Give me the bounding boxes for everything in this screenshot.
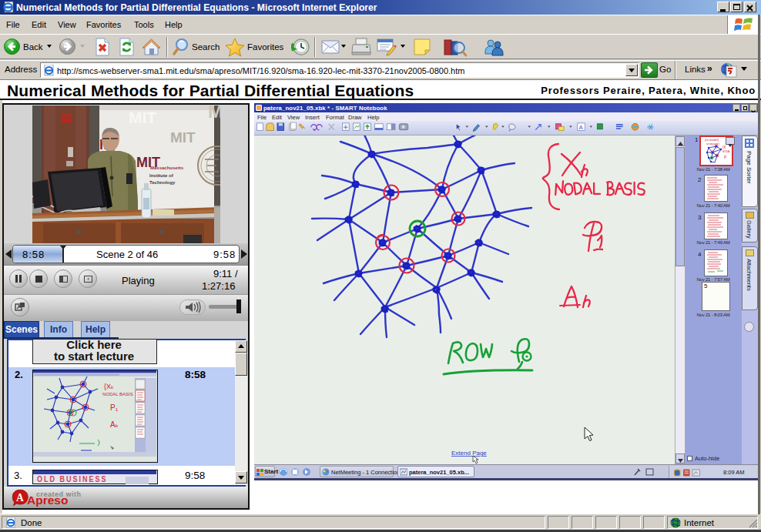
svg-text:{X: {X — [722, 146, 726, 149]
svg-text:Technology: Technology — [149, 180, 176, 185]
svg-text:A: A — [579, 124, 584, 131]
svg-text:MIT: MIT — [129, 109, 156, 126]
svg-text:Aₖ: Aₖ — [110, 420, 119, 429]
svg-text:Massachusetts: Massachusetts — [150, 166, 184, 170]
svg-text:{Xₖ: {Xₖ — [104, 383, 114, 390]
svg-text:(to model): (to model) — [705, 138, 719, 142]
svg-text:M: M — [208, 105, 220, 122]
svg-text:Extend Page: Extend Page — [451, 450, 487, 457]
svg-text:NODAL: NODAL — [722, 150, 731, 153]
svg-text:MIT: MIT — [170, 129, 196, 146]
svg-text:P: P — [724, 156, 726, 159]
svg-text:Institute of: Institute of — [149, 173, 174, 178]
svg-text:P₁: P₁ — [110, 403, 119, 412]
svg-text:A: A — [16, 492, 24, 504]
svg-text:NODAL BASIS: NODAL BASIS — [102, 392, 133, 396]
